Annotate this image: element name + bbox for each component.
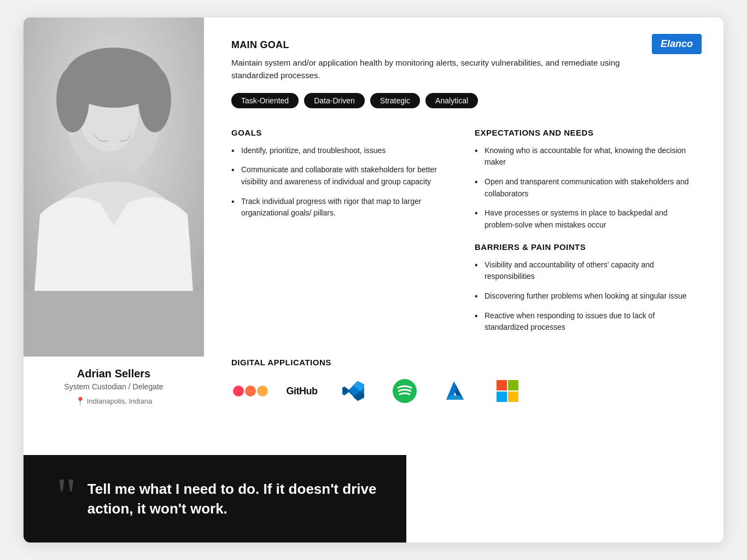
expectations-item-1: Knowing who is accountable for what, kno… xyxy=(475,145,696,168)
goals-item-3: Track individual progress with rigor tha… xyxy=(231,196,453,219)
main-goal-label: MAIN GOAL xyxy=(231,39,696,51)
main-goal-text: Maintain system and/or application healt… xyxy=(231,56,625,82)
right-panel: Elanco MAIN GOAL Maintain system and/or … xyxy=(204,18,723,455)
svg-point-10 xyxy=(233,386,244,396)
goals-item-1: Identify, prioritize, and troubleshoot, … xyxy=(231,145,453,157)
profile-name: Adrian Sellers xyxy=(29,368,199,380)
svg-rect-17 xyxy=(497,380,507,390)
location-icon: 📍 xyxy=(75,396,85,405)
azure-app-logo xyxy=(437,376,475,406)
goals-list: Identify, prioritize, and troubleshoot, … xyxy=(231,145,453,219)
barriers-item-1: Visibility and accountability of others'… xyxy=(475,259,696,283)
barriers-item-3: Reactive when responding to issues due t… xyxy=(475,310,696,334)
barriers-title: BARRIERS & PAIN POINTS xyxy=(475,242,696,252)
quote-panel: " Tell me what I need to do. If it doesn… xyxy=(24,455,406,542)
profile-info: Adrian Sellers System Custodian / Delega… xyxy=(24,357,204,414)
left-panel: Adrian Sellers System Custodian / Delega… xyxy=(24,18,204,455)
barriers-list: Visibility and accountability of others'… xyxy=(475,259,696,334)
svg-point-13 xyxy=(393,379,417,403)
profile-photo xyxy=(24,18,204,357)
profile-title: System Custodian / Delegate xyxy=(29,382,199,391)
apps-grid: GitHub xyxy=(231,376,696,406)
expectations-list: Knowing who is accountable for what, kno… xyxy=(475,145,696,231)
github-app-logo: GitHub xyxy=(283,376,321,406)
github-logo-text: GitHub xyxy=(287,386,318,397)
quote-text: Tell me what I need to do. If it doesn't… xyxy=(87,479,379,519)
barriers-item-2: Discovering further problems when lookin… xyxy=(475,290,696,302)
goals-col: GOALS Identify, prioritize, and troubles… xyxy=(231,128,453,342)
svg-point-6 xyxy=(138,67,171,132)
persona-card: Adrian Sellers System Custodian / Delega… xyxy=(24,18,723,542)
profile-location: 📍 Indianapolis, Indiana xyxy=(29,396,199,405)
digital-apps-section: DIGITAL APPLICATIONS GitHub xyxy=(231,358,696,406)
svg-point-5 xyxy=(56,67,89,132)
svg-point-11 xyxy=(245,386,256,396)
quote-mark: " xyxy=(56,471,77,521)
expectations-col: EXPECTATIONS AND NEEDS Knowing who is ac… xyxy=(475,128,696,342)
bottom-section: " Tell me what I need to do. If it doesn… xyxy=(24,455,723,542)
tag-task-oriented: Task-Oriented xyxy=(231,93,299,108)
top-section: Adrian Sellers System Custodian / Delega… xyxy=(24,18,723,455)
goals-item-2: Communicate and collaborate with stakeho… xyxy=(231,164,453,188)
goals-expectations-row: GOALS Identify, prioritize, and troubles… xyxy=(231,128,696,342)
expectations-item-3: Have processes or systems in place to ba… xyxy=(475,207,696,231)
expectations-title: EXPECTATIONS AND NEEDS xyxy=(475,128,696,137)
spotify-app-logo xyxy=(386,376,424,406)
svg-rect-9 xyxy=(24,291,204,357)
location-text: Indianapolis, Indiana xyxy=(87,397,152,405)
tag-strategic: Strategic xyxy=(370,93,420,108)
vscode-app-logo xyxy=(334,376,372,406)
goals-title: GOALS xyxy=(231,128,453,137)
elanco-logo: Elanco xyxy=(652,34,702,54)
expectations-item-2: Open and transparent communication with … xyxy=(475,176,696,200)
svg-rect-19 xyxy=(497,392,507,402)
tags-container: Task-Oriented Data-Driven Strategic Anal… xyxy=(231,93,696,108)
svg-point-12 xyxy=(257,386,268,396)
svg-rect-20 xyxy=(508,392,518,402)
right-bottom-filler xyxy=(406,455,723,542)
digital-apps-title: DIGITAL APPLICATIONS xyxy=(231,358,696,367)
monday-app-logo xyxy=(231,376,270,406)
svg-rect-18 xyxy=(508,380,518,390)
tag-analytical: Analytical xyxy=(425,93,478,108)
tag-data-driven: Data-Driven xyxy=(304,93,365,108)
microsoft-app-logo xyxy=(488,376,527,406)
